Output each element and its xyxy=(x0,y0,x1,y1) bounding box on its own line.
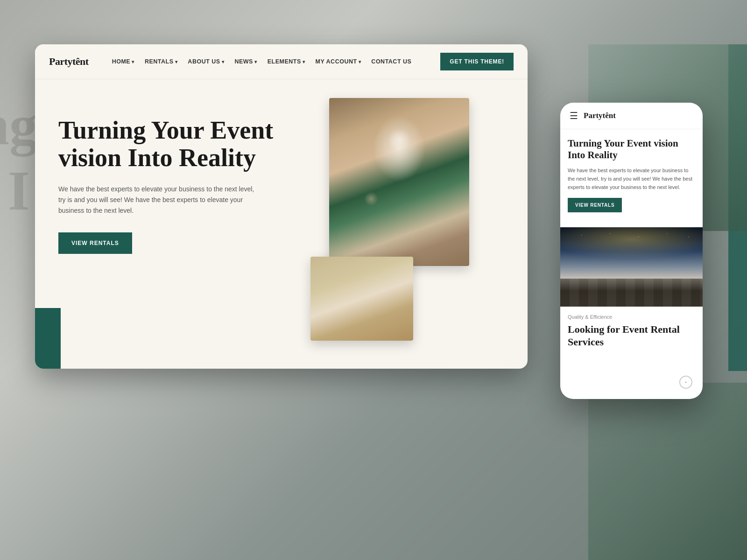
quality-label: Quality & Efficience xyxy=(568,314,695,320)
mobile-tent-image xyxy=(560,227,703,307)
table-setting-image xyxy=(329,98,469,266)
nav-home[interactable]: HOME xyxy=(112,58,134,65)
hero-title: Turning Your Event vision Into Reality xyxy=(58,117,292,172)
desktop-logo: Partytênt xyxy=(49,56,89,68)
nav-links: HOME RENTALS ABOUT US NEWS ELEMENTS MY A… xyxy=(112,58,427,65)
mobile-navbar: ☰ Partytênt xyxy=(560,103,703,129)
mobile-hero-description: We have the best experts to elevate your… xyxy=(568,167,695,191)
event-table-image xyxy=(310,257,413,341)
nav-news[interactable]: NEWS xyxy=(234,58,257,65)
mobile-bottom-title: Looking for Event Rental Services xyxy=(568,323,695,348)
table-setting-visual xyxy=(329,98,469,266)
hero-images xyxy=(306,107,504,350)
nav-account[interactable]: MY ACCOUNT xyxy=(316,58,361,65)
hero-description: We have the best experts to elevate your… xyxy=(58,184,259,216)
bg-text-1: ing xyxy=(0,93,37,158)
bg-image-right2 xyxy=(588,383,747,560)
nav-contact[interactable]: CONTACT US xyxy=(371,58,411,65)
nav-elements[interactable]: ELEMENTS xyxy=(268,58,305,65)
desktop-hero: Turning Your Event vision Into Reality W… xyxy=(35,79,528,369)
desktop-navbar: Partytênt HOME RENTALS ABOUT US NEWS ELE… xyxy=(35,44,528,79)
mobile-mockup: ☰ Partytênt Turning Your Event vision In… xyxy=(560,103,703,399)
mobile-bottom-section: Quality & Efficience Looking for Event R… xyxy=(560,307,703,355)
view-rentals-button[interactable]: VIEW RENTALS xyxy=(58,232,132,254)
hamburger-icon[interactable]: ☰ xyxy=(570,111,578,120)
mobile-logo: Partytênt xyxy=(584,111,616,120)
desktop-mockup: Partytênt HOME RENTALS ABOUT US NEWS ELE… xyxy=(35,44,528,369)
bg-text-2: n I xyxy=(0,159,29,223)
nav-rentals[interactable]: RENTALS xyxy=(145,58,177,65)
teal-accent-block xyxy=(35,308,61,369)
mobile-view-rentals-button[interactable]: VIEW RENTALS xyxy=(568,198,622,212)
mobile-hero-section: Turning Your Event vision Into Reality W… xyxy=(560,129,703,227)
nav-about[interactable]: ABOUT US xyxy=(188,58,224,65)
get-theme-button[interactable]: GET THIS THEME! xyxy=(440,53,514,70)
scroll-indicator xyxy=(679,376,692,389)
hero-text-block: Turning Your Event vision Into Reality W… xyxy=(58,107,292,254)
mobile-hero-title: Turning Your Event vision Into Reality xyxy=(568,138,695,161)
